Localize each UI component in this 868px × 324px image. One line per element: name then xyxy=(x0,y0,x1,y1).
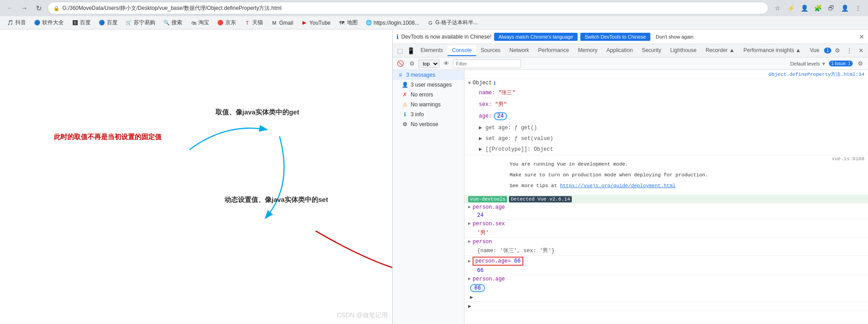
forward-button[interactable]: → xyxy=(18,2,31,14)
tab-sources[interactable]: Sources xyxy=(476,45,505,56)
person-age-set-expand[interactable]: ▶ person.age= 66 xyxy=(468,257,523,266)
info-icon: ℹ xyxy=(396,33,399,40)
reload-button[interactable]: ↻ xyxy=(32,2,45,14)
bookmark-search[interactable]: 🔍 搜索 xyxy=(160,18,186,28)
sidebar-item-no-warnings[interactable]: ⚠ No warnings xyxy=(393,100,464,109)
sidebar-item-3messages[interactable]: ≡ 3 messages xyxy=(393,70,464,80)
person-expand[interactable]: ▶ person xyxy=(468,239,492,245)
tab-memory[interactable]: Memory xyxy=(574,45,602,56)
jd-icon: 🔴 xyxy=(217,20,224,26)
vuejs-link[interactable]: https://vuejs.org/guide/deployment.html xyxy=(560,183,675,188)
address-bar[interactable]: 🔒 G:/360MoveData/Users/静小文/Desktop/vue_b… xyxy=(48,2,768,14)
profile-button[interactable]: 👤 xyxy=(798,2,811,14)
tab-recorder[interactable]: Recorder ▲ xyxy=(701,45,739,56)
bookmark-baidu1[interactable]: 🅱 百度 xyxy=(68,18,94,28)
person-age-after-expand[interactable]: ▶ person.age xyxy=(468,276,505,282)
switch-devtools-button[interactable]: Switch DevTools to Chinese xyxy=(580,33,650,41)
object-expand-row[interactable]: ▼ Object ℹ xyxy=(468,80,495,86)
tab-count-badge: 1 xyxy=(824,48,831,53)
sidebar-item-no-errors[interactable]: ✗ No errors xyxy=(393,90,464,100)
messages-icon: ≡ xyxy=(397,72,403,78)
bookmark-taobao[interactable]: 🛍 淘宝 xyxy=(187,18,213,28)
chevron-right-icon5[interactable]: ▶ xyxy=(468,276,471,282)
map-icon: 🗺 xyxy=(339,20,345,26)
chevron-right-icon3[interactable]: ▶ xyxy=(468,239,471,245)
bookmark-suning[interactable]: 🛒 苏宁易购 xyxy=(122,18,159,28)
chevron-right-icon4[interactable]: ▶ xyxy=(468,258,471,264)
person-sex-expand[interactable]: ▶ person.sex xyxy=(468,221,505,227)
vue-source: vue.1s:9108 xyxy=(832,156,864,162)
clear-console-button[interactable]: 🚫 xyxy=(395,59,405,69)
tab-vue[interactable]: Vue xyxy=(805,45,824,56)
bookmark-gmail[interactable]: M Gmail xyxy=(267,18,297,27)
filter-input[interactable] xyxy=(453,59,521,68)
user-icon: 👤 xyxy=(402,82,408,88)
sidebar-item-3info[interactable]: ℹ 3 info xyxy=(393,109,464,119)
obj-sex-row: sex: "男" xyxy=(468,100,510,109)
inspect-element-button[interactable]: ⬚ xyxy=(395,45,405,56)
bookmark-label: 软件大全 xyxy=(42,19,64,26)
bookmark-baidu2[interactable]: 🔵 百度 xyxy=(95,18,121,28)
console-secondary-bar: 🚫 ⚙ top 👁 Default levels ▼ 1 Issue: 1 ⚙ xyxy=(393,57,868,70)
top-frame-select[interactable]: top xyxy=(419,60,439,68)
csdn-watermark: CSDN @做笔记用 xyxy=(337,311,388,320)
tab-elements[interactable]: Elements xyxy=(416,45,447,56)
person-age-after-label: person.age xyxy=(473,276,505,282)
tab-performance[interactable]: Performance xyxy=(534,45,574,56)
bookmark-douyin[interactable]: 🎵 抖音 xyxy=(4,18,30,28)
account-button[interactable]: 👤 xyxy=(838,2,851,14)
bookmark-software[interactable]: 🔵 软件大全 xyxy=(31,18,67,28)
console-sidebar: ≡ 3 messages 👤 3 user messages ✗ No erro… xyxy=(393,70,465,324)
tab-security[interactable]: Security xyxy=(637,45,666,56)
bookmark-youtube[interactable]: ▶ YouTube xyxy=(298,18,334,27)
bookmark-star-button[interactable]: ☆ xyxy=(771,2,784,14)
expand-arrow-icon[interactable]: ▼ xyxy=(468,81,471,86)
obj-set-row: ▶ set age: ƒ set(value) xyxy=(468,134,557,143)
minimize-button[interactable]: 🗗 xyxy=(825,2,837,14)
console-settings-button[interactable]: ⚙ xyxy=(855,59,865,69)
suning-icon: 🛒 xyxy=(126,20,132,26)
sidebar-item-no-verbose[interactable]: ⚙ No verbose xyxy=(393,119,464,129)
close-devtools-button[interactable]: ✕ xyxy=(855,45,866,56)
bookmark-gezi[interactable]: G G·格子达本科半... xyxy=(424,18,482,28)
object-info-icon: ℹ xyxy=(494,80,495,86)
extension-button[interactable]: 🧩 xyxy=(811,2,824,14)
dont-show-button[interactable]: Don't show again xyxy=(653,33,696,41)
tab-console[interactable]: Console xyxy=(447,45,476,56)
sidebar-item-label: 3 info xyxy=(411,111,424,118)
bookmark-map[interactable]: 🗺 地图 xyxy=(335,18,361,28)
webpage-area: 此时的取值不再是当初设置的固定值 取值、像java实体类中的get 动态设置值、… xyxy=(0,30,392,324)
tab-application[interactable]: Application xyxy=(602,45,637,56)
annotation-right-bottom: 动态设置值、像java实体类中的set xyxy=(224,196,328,204)
settings-button[interactable]: ⚙ xyxy=(832,45,843,56)
obj-prototype-row: ▶ [[Prototype]]: Object xyxy=(468,145,557,154)
bookmark-login[interactable]: 🌐 https://login.1008... xyxy=(362,18,423,27)
bookmark-label: 百度 xyxy=(80,19,91,26)
person-age-expand[interactable]: ▶ person.age xyxy=(468,204,505,210)
file-reference[interactable]: Object.defineProperty方法.html:34 xyxy=(769,71,864,78)
sidebar-item-label: No verbose xyxy=(411,121,438,127)
performance-button[interactable]: ⚡ xyxy=(785,2,797,14)
error-icon: ✗ xyxy=(402,92,408,98)
settings-icon-button[interactable]: ⚙ xyxy=(407,59,417,69)
bookmark-tianmao[interactable]: T 天猫 xyxy=(241,18,267,28)
sidebar-item-user-messages[interactable]: 👤 3 user messages xyxy=(393,80,464,90)
chevron-right-icon[interactable]: ▶ xyxy=(468,204,471,210)
console-prompt-line[interactable]: ▶ xyxy=(465,302,868,311)
menu-button[interactable]: ⋮ xyxy=(852,2,864,14)
annotation-left-text: 此时的取值不再是当初设置的固定值 xyxy=(54,133,162,141)
tab-performance-insights[interactable]: Performance insights ▲ xyxy=(739,45,806,56)
notification-close-button[interactable]: ✕ xyxy=(859,33,864,40)
tab-lighthouse[interactable]: Lighthouse xyxy=(666,45,701,56)
console-entry-person-age-set: ▶ person.age= 66 66 xyxy=(465,256,868,275)
person-age-after-value-box: 66 xyxy=(468,284,485,292)
tab-network[interactable]: Network xyxy=(505,45,534,56)
back-button[interactable]: ← xyxy=(4,2,16,14)
more-tools-button[interactable]: ⋮ xyxy=(844,45,855,56)
mobile-view-button[interactable]: 📱 xyxy=(405,45,416,56)
bookmark-jd[interactable]: 🔴 京东 xyxy=(214,18,240,28)
bookmark-label: 百度 xyxy=(107,19,118,26)
chevron-right-icon2[interactable]: ▶ xyxy=(468,221,471,227)
match-language-button[interactable]: Always match Chrome's language xyxy=(494,33,578,41)
eye-button[interactable]: 👁 xyxy=(441,59,451,69)
